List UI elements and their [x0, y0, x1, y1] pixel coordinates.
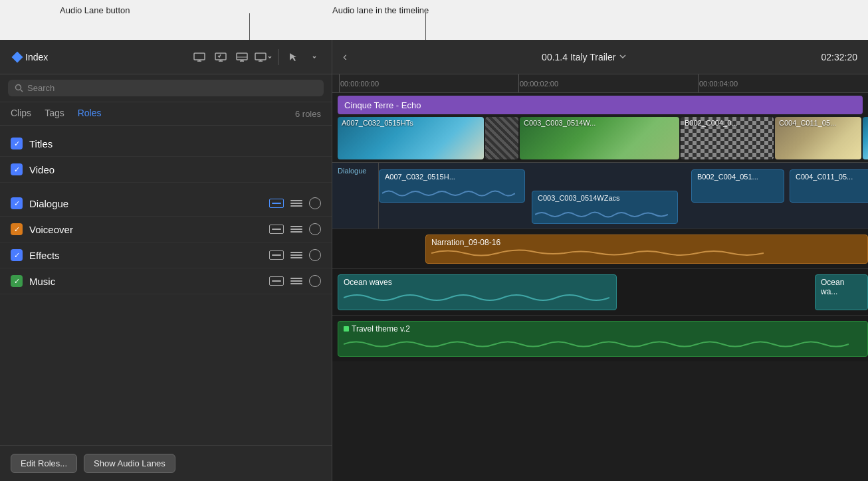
index-label: Index: [25, 52, 48, 62]
role-item-effects[interactable]: ✓ Effects: [0, 242, 332, 268]
effects-actions: [269, 249, 321, 261]
role-name-voiceover: Voiceover: [29, 224, 269, 235]
main-layout: Index: [0, 40, 868, 481]
voiceover-actions: [269, 223, 321, 235]
dialogue-clip-2[interactable]: C003_C003_0514WZacs: [532, 191, 678, 224]
music-waveform: [344, 335, 849, 353]
ocean-lane: Ocean waves Ocean wa...: [332, 268, 868, 315]
search-area: Search: [0, 74, 332, 102]
svg-point-5: [16, 85, 21, 90]
svg-rect-4: [255, 53, 266, 60]
toolbar-icons: [190, 48, 324, 66]
role-item-video[interactable]: ✓ Video: [0, 157, 332, 183]
ocean-clip-1[interactable]: Ocean waves: [338, 274, 617, 310]
audio-lane-btn-voiceover[interactable]: [269, 225, 284, 234]
roles-list: ✓ Titles ✓ Video ✓ Dialogue: [0, 126, 332, 445]
monitor-icon-1[interactable]: [190, 48, 209, 66]
dialogue-clips: A007_C032_0515H... C003_C003_0514WZacs: [379, 163, 868, 229]
role-item-music[interactable]: ✓ Music: [0, 268, 332, 294]
audio-lane-btn-effects[interactable]: [269, 250, 284, 260]
video-clip-4[interactable]: C004_C011_05...: [775, 117, 861, 159]
checkbox-music[interactable]: ✓: [11, 275, 23, 287]
role-name-video: Video: [29, 164, 321, 175]
timeline-content: Cinque Terre - Echo A007_C032_0515HTs C0…: [332, 93, 868, 481]
lines-icon-music[interactable]: [290, 278, 302, 284]
left-panel: Index: [0, 40, 332, 481]
edit-roles-button[interactable]: Edit Roles...: [11, 454, 77, 473]
video-clip-5[interactable]: [863, 117, 868, 159]
dialogue-clip-4[interactable]: C004_C011_05...: [790, 169, 868, 203]
narration-lane: Narration_09-08-16: [332, 229, 868, 268]
lines-icon-dialogue[interactable]: [290, 200, 302, 207]
index-button[interactable]: Index: [8, 49, 53, 65]
lines-icon-voiceover[interactable]: [290, 226, 302, 233]
checkbox-video[interactable]: ✓: [11, 163, 23, 175]
title-track: Cinque Terre - Echo: [338, 96, 863, 114]
waveform-svg-1: [382, 186, 515, 201]
timecode-ruler: 00:00:00:00 00:00:02:00 00:00:04:00: [332, 74, 868, 93]
narration-waveform: [431, 246, 764, 260]
tabs-row: Clips Tags Roles 6 roles: [0, 102, 332, 126]
music-lane: Travel theme v.2: [332, 315, 868, 361]
toolbar-separator: [278, 49, 278, 65]
circle-icon-effects[interactable]: [309, 249, 321, 261]
video-clip-stripe[interactable]: [485, 117, 518, 159]
bottom-buttons: Edit Roles... Show Audio Lanes: [0, 445, 332, 481]
ocean-clip-2[interactable]: Ocean wa...: [815, 274, 868, 310]
timeline-back-button[interactable]: ‹: [343, 50, 347, 64]
audio-lane-btn-dialogue[interactable]: [269, 199, 284, 208]
monitor-icon-3[interactable]: [233, 48, 251, 66]
role-name-music: Music: [29, 276, 269, 287]
role-item-dialogue[interactable]: ✓ Dialogue: [0, 191, 332, 217]
video-clip-3[interactable]: B002_C004_0...: [681, 117, 774, 159]
tc-mark-1: 00:00:02:00: [520, 80, 558, 88]
show-audio-lanes-button[interactable]: Show Audio Lanes: [84, 454, 175, 473]
circle-icon-dialogue[interactable]: [309, 197, 321, 209]
video-clip-1[interactable]: A007_C032_0515HTs: [338, 117, 484, 159]
monitor-dropdown[interactable]: [254, 48, 272, 66]
role-item-titles[interactable]: ✓ Titles: [0, 131, 332, 157]
narration-clip[interactable]: Narration_09-08-16: [425, 235, 868, 264]
circle-icon-voiceover[interactable]: [309, 223, 321, 235]
timeline-header: ‹ 00.1.4 Italy Trailer 02:32:20: [332, 40, 868, 74]
dialogue-actions: [269, 197, 321, 209]
timeline-title: 00.1.4 Italy Trailer: [542, 52, 626, 62]
arrow-dropdown[interactable]: [305, 48, 324, 66]
search-box[interactable]: Search: [8, 80, 324, 96]
ocean-waveform: [344, 288, 609, 307]
music-tag-icon: [344, 326, 349, 332]
annotation-line-1: [249, 13, 250, 40]
audio-lane-btn-music[interactable]: [269, 276, 284, 286]
video-clip-2[interactable]: C003_C003_0514W...: [520, 117, 679, 159]
circle-icon-music[interactable]: [309, 275, 321, 287]
checkbox-effects[interactable]: ✓: [11, 249, 23, 261]
svg-rect-0: [194, 53, 205, 60]
music-actions: [269, 275, 321, 287]
svg-line-6: [21, 90, 23, 92]
role-name-titles: Titles: [29, 138, 321, 149]
svg-rect-2: [237, 53, 247, 60]
tab-clips[interactable]: Clips: [11, 108, 31, 120]
role-spacer: [0, 183, 332, 191]
checkbox-voiceover[interactable]: ✓: [11, 223, 23, 235]
monitor-icon-2[interactable]: [211, 48, 230, 66]
checkbox-titles[interactable]: ✓: [11, 138, 23, 149]
music-clip[interactable]: Travel theme v.2: [338, 321, 868, 357]
arrow-icon[interactable]: [284, 48, 302, 66]
tab-tags[interactable]: Tags: [45, 108, 64, 120]
dialogue-clip-1[interactable]: A007_C032_0515H...: [379, 169, 525, 203]
dialogue-lane: Dialogue A007_C032_0515H... C003_C003_05…: [332, 162, 868, 229]
tc-mark-2: 00:00:04:00: [699, 80, 738, 88]
diamond-icon: [12, 51, 23, 62]
role-item-voiceover[interactable]: ✓ Voiceover: [0, 217, 332, 242]
toolbar: Index: [0, 40, 332, 74]
annotation-area: Audio Lane button Audio lane in the time…: [0, 0, 868, 40]
checkbox-dialogue[interactable]: ✓: [11, 197, 23, 209]
role-name-dialogue: Dialogue: [29, 198, 269, 209]
right-panel: ‹ 00.1.4 Italy Trailer 02:32:20 00:00:00…: [332, 40, 868, 481]
tab-roles[interactable]: Roles: [78, 108, 102, 120]
annotation-audio-lane-timeline: Audio lane in the timeline: [332, 5, 429, 15]
dialogue-clip-3[interactable]: B002_C004_051...: [691, 169, 784, 203]
lines-icon-effects[interactable]: [290, 252, 302, 258]
title-dropdown-icon: [619, 54, 626, 59]
